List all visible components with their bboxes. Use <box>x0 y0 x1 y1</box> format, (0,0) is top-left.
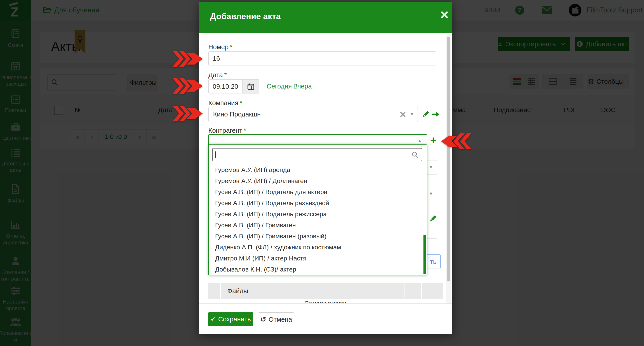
modal-footer: ✔ Сохранить ↺ Отмена <box>199 303 452 334</box>
contractor-search-input[interactable] <box>213 149 422 161</box>
date-today-link[interactable]: Сегодня <box>267 83 292 90</box>
company-label: Компания <box>208 99 238 107</box>
cancel-button[interactable]: ↺ Отмена <box>258 312 294 326</box>
close-icon[interactable] <box>441 11 448 18</box>
required-asterisk: * <box>224 71 227 79</box>
modal-scrollbar-track[interactable] <box>446 34 451 304</box>
date-yesterday-link[interactable]: Вчера <box>293 83 312 90</box>
letters-list-heading-clipped: Список писем <box>208 300 443 303</box>
modal-title: Добавление акта <box>210 12 281 21</box>
contractor-dropdown: | Гуремов А.У. (ИП) аренда Гуремов А.У. … <box>208 145 427 275</box>
number-field-wrap <box>208 51 436 65</box>
date-label: Дата <box>208 71 223 79</box>
annotation-arrow-add-contractor <box>441 133 471 149</box>
modal-header: Добавление акта <box>199 2 452 33</box>
number-input[interactable] <box>208 51 436 65</box>
edit-company-icon[interactable] <box>422 110 430 118</box>
contractor-option[interactable]: Добывалов К.Н. (СЗ)/ актер <box>209 264 426 275</box>
calendar-icon <box>248 83 254 90</box>
contractor-option[interactable]: Диденко А.П. (ФЛ) / художник по костюмам <box>209 242 426 253</box>
required-asterisk: * <box>244 127 246 134</box>
files-table-header: Файлы <box>208 283 443 299</box>
date-field-wrap <box>208 79 243 93</box>
date-input[interactable] <box>208 79 243 93</box>
add-act-modal: Добавление акта Номер* Дата* Сегодня Вче… <box>199 2 452 334</box>
contractor-option[interactable]: Гусев А.В. (ИП) / Водитель режиссера <box>209 208 426 220</box>
contractor-option[interactable]: Гусев А.В. (ИП) / Водитель для актера <box>209 186 426 197</box>
required-asterisk: * <box>230 43 232 51</box>
annotation-arrow-company <box>172 106 203 121</box>
text-cursor: | <box>215 150 216 158</box>
caret-up-icon: ▲ <box>418 139 422 143</box>
contractor-option[interactable]: Гусев А.В. (ИП) / Гримваген (разовый) <box>209 231 426 242</box>
contractor-option[interactable]: Гусев А.В. (ИП) / Водитель разъездной <box>209 197 426 208</box>
contractor-option[interactable]: Дмитро М.И (ИП) / актер Настя <box>209 253 426 264</box>
modal-scrollbar-thumb[interactable] <box>447 36 450 281</box>
required-asterisk: * <box>240 99 242 107</box>
company-select[interactable]: Кино Продакшн ▼ <box>208 107 418 122</box>
go-to-company-icon[interactable] <box>432 111 439 118</box>
contractor-options-list: Гуремов А.У. (ИП) аренда Гуремов А.У. (И… <box>209 164 426 275</box>
number-label: Номер <box>208 43 228 51</box>
files-column-label: Файлы <box>227 287 248 295</box>
app-root: Z Смета Начисляемые расходы Платежи Подо… <box>0 0 644 346</box>
save-button[interactable]: ✔ Сохранить <box>208 312 253 326</box>
caret-down-icon[interactable]: ▼ <box>410 112 414 117</box>
search-icon <box>412 152 418 158</box>
contractor-option[interactable]: Гусев А.В. (ИП) / Гримваген <box>209 220 426 231</box>
undo-icon: ↺ <box>260 315 266 324</box>
dropdown-scrollbar-thumb[interactable] <box>424 235 426 274</box>
contractor-label: Контрагент <box>208 127 242 134</box>
date-picker-button[interactable] <box>243 79 259 94</box>
add-contractor-button[interactable]: + <box>430 135 436 145</box>
company-value: Кино Продакшн <box>213 111 261 118</box>
clear-icon[interactable] <box>400 112 406 117</box>
contractor-option[interactable]: Гуремов А.У. (ИП) аренда <box>209 164 426 175</box>
annotation-arrow-date <box>172 78 203 94</box>
contractor-option[interactable]: Гуремов А.У. (ИП) / Долливаген <box>209 175 426 186</box>
check-icon: ✔ <box>210 316 216 323</box>
edit-icon[interactable] <box>428 214 437 223</box>
annotation-arrow-number <box>172 51 203 67</box>
contractor-search[interactable]: | <box>212 148 422 161</box>
